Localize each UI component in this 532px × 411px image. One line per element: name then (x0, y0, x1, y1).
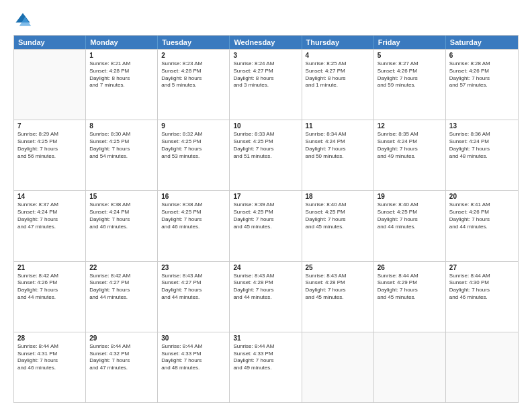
cal-header-day: Monday (86, 36, 158, 49)
cal-cell: 15Sunrise: 8:38 AM Sunset: 4:24 PM Dayli… (86, 191, 158, 261)
cal-header-day: Saturday (446, 36, 518, 49)
cal-cell-content: Sunrise: 8:44 AM Sunset: 4:30 PM Dayligh… (449, 273, 515, 302)
cal-cell: 11Sunrise: 8:34 AM Sunset: 4:24 PM Dayli… (302, 120, 374, 190)
cal-cell: 1Sunrise: 8:21 AM Sunset: 4:28 PM Daylig… (86, 50, 158, 120)
cal-cell: 12Sunrise: 8:35 AM Sunset: 4:24 PM Dayli… (374, 120, 446, 190)
cal-day-number: 19 (378, 193, 442, 200)
cal-header-day: Thursday (302, 36, 374, 49)
cal-day-number: 25 (306, 264, 370, 271)
cal-cell-content: Sunrise: 8:38 AM Sunset: 4:24 PM Dayligh… (89, 201, 154, 230)
cal-day-number: 7 (17, 122, 82, 130)
cal-day-number: 6 (449, 52, 515, 59)
cal-header-day: Friday (374, 36, 446, 49)
cal-cell-content: Sunrise: 8:24 AM Sunset: 4:27 PM Dayligh… (233, 60, 298, 89)
cal-cell: 7Sunrise: 8:29 AM Sunset: 4:25 PM Daylig… (14, 120, 86, 190)
cal-cell-content: Sunrise: 8:42 AM Sunset: 4:27 PM Dayligh… (89, 273, 154, 302)
cal-cell (374, 332, 446, 402)
cal-day-number: 8 (89, 122, 154, 130)
cal-day-number: 5 (378, 52, 442, 59)
cal-cell-content: Sunrise: 8:43 AM Sunset: 4:28 PM Dayligh… (233, 273, 298, 302)
cal-day-number: 2 (161, 52, 226, 59)
cal-cell: 13Sunrise: 8:36 AM Sunset: 4:24 PM Dayli… (446, 120, 518, 190)
cal-cell-content: Sunrise: 8:39 AM Sunset: 4:25 PM Dayligh… (233, 201, 298, 230)
page: SundayMondayTuesdayWednesdayThursdayFrid… (0, 0, 532, 411)
cal-cell-content: Sunrise: 8:35 AM Sunset: 4:24 PM Dayligh… (378, 131, 442, 160)
cal-day-number: 22 (89, 264, 154, 271)
cal-week-5: 28Sunrise: 8:44 AM Sunset: 4:31 PM Dayli… (14, 332, 518, 402)
cal-cell-content: Sunrise: 8:40 AM Sunset: 4:25 PM Dayligh… (306, 201, 370, 230)
cal-cell-content: Sunrise: 8:30 AM Sunset: 4:25 PM Dayligh… (89, 131, 154, 160)
cal-day-number: 15 (89, 193, 154, 200)
cal-cell: 28Sunrise: 8:44 AM Sunset: 4:31 PM Dayli… (14, 332, 86, 402)
logo-icon (13, 11, 32, 30)
cal-cell-content: Sunrise: 8:21 AM Sunset: 4:28 PM Dayligh… (89, 60, 154, 89)
cal-day-number: 21 (17, 264, 82, 271)
cal-cell: 26Sunrise: 8:44 AM Sunset: 4:29 PM Dayli… (374, 262, 446, 332)
calendar-body: 1Sunrise: 8:21 AM Sunset: 4:28 PM Daylig… (14, 49, 518, 402)
cal-cell-content: Sunrise: 8:28 AM Sunset: 4:26 PM Dayligh… (449, 60, 515, 89)
cal-cell: 24Sunrise: 8:43 AM Sunset: 4:28 PM Dayli… (230, 262, 302, 332)
cal-day-number: 24 (233, 264, 298, 271)
cal-day-number: 13 (449, 122, 515, 130)
cal-day-number: 9 (161, 122, 226, 130)
cal-week-2: 7Sunrise: 8:29 AM Sunset: 4:25 PM Daylig… (14, 120, 518, 190)
cal-cell: 8Sunrise: 8:30 AM Sunset: 4:25 PM Daylig… (86, 120, 158, 190)
cal-cell-content: Sunrise: 8:25 AM Sunset: 4:27 PM Dayligh… (306, 60, 370, 89)
cal-cell-content: Sunrise: 8:44 AM Sunset: 4:29 PM Dayligh… (378, 273, 442, 302)
cal-cell: 25Sunrise: 8:43 AM Sunset: 4:28 PM Dayli… (302, 262, 374, 332)
cal-cell: 18Sunrise: 8:40 AM Sunset: 4:25 PM Dayli… (302, 191, 374, 261)
cal-cell: 23Sunrise: 8:43 AM Sunset: 4:27 PM Dayli… (158, 262, 230, 332)
cal-day-number: 10 (233, 122, 298, 130)
cal-cell: 10Sunrise: 8:33 AM Sunset: 4:25 PM Dayli… (230, 120, 302, 190)
cal-day-number: 23 (161, 264, 226, 271)
cal-cell: 31Sunrise: 8:44 AM Sunset: 4:33 PM Dayli… (230, 332, 302, 402)
cal-cell: 29Sunrise: 8:44 AM Sunset: 4:32 PM Dayli… (86, 332, 158, 402)
cal-cell: 21Sunrise: 8:42 AM Sunset: 4:26 PM Dayli… (14, 262, 86, 332)
cal-cell-content: Sunrise: 8:36 AM Sunset: 4:24 PM Dayligh… (449, 131, 515, 160)
cal-header-day: Tuesday (158, 36, 230, 49)
cal-week-1: 1Sunrise: 8:21 AM Sunset: 4:28 PM Daylig… (14, 49, 518, 120)
cal-cell: 19Sunrise: 8:40 AM Sunset: 4:25 PM Dayli… (374, 191, 446, 261)
calendar-header: SundayMondayTuesdayWednesdayThursdayFrid… (14, 36, 518, 49)
cal-cell-content: Sunrise: 8:37 AM Sunset: 4:24 PM Dayligh… (17, 201, 82, 230)
cal-cell (14, 50, 86, 120)
cal-cell-content: Sunrise: 8:41 AM Sunset: 4:26 PM Dayligh… (449, 201, 515, 230)
cal-cell-content: Sunrise: 8:44 AM Sunset: 4:32 PM Dayligh… (89, 343, 154, 372)
cal-cell (446, 332, 518, 402)
cal-cell-content: Sunrise: 8:29 AM Sunset: 4:25 PM Dayligh… (17, 131, 82, 160)
cal-day-number: 11 (306, 122, 370, 130)
cal-day-number: 18 (306, 193, 370, 200)
cal-day-number: 12 (378, 122, 442, 130)
cal-day-number: 1 (89, 52, 154, 59)
cal-cell-content: Sunrise: 8:38 AM Sunset: 4:25 PM Dayligh… (161, 201, 226, 230)
cal-day-number: 27 (449, 264, 515, 271)
cal-cell: 4Sunrise: 8:25 AM Sunset: 4:27 PM Daylig… (302, 50, 374, 120)
cal-cell-content: Sunrise: 8:43 AM Sunset: 4:28 PM Dayligh… (306, 273, 370, 302)
cal-day-number: 17 (233, 193, 298, 200)
cal-cell (302, 332, 374, 402)
cal-day-number: 26 (378, 264, 442, 271)
cal-cell-content: Sunrise: 8:40 AM Sunset: 4:25 PM Dayligh… (378, 201, 442, 230)
cal-week-3: 14Sunrise: 8:37 AM Sunset: 4:24 PM Dayli… (14, 190, 518, 261)
cal-day-number: 31 (233, 334, 298, 342)
cal-cell: 27Sunrise: 8:44 AM Sunset: 4:30 PM Dayli… (446, 262, 518, 332)
cal-cell-content: Sunrise: 8:27 AM Sunset: 4:26 PM Dayligh… (378, 60, 442, 89)
logo (13, 11, 35, 30)
cal-cell: 5Sunrise: 8:27 AM Sunset: 4:26 PM Daylig… (374, 50, 446, 120)
cal-cell: 2Sunrise: 8:23 AM Sunset: 4:28 PM Daylig… (158, 50, 230, 120)
cal-cell-content: Sunrise: 8:44 AM Sunset: 4:33 PM Dayligh… (233, 343, 298, 372)
cal-cell: 16Sunrise: 8:38 AM Sunset: 4:25 PM Dayli… (158, 191, 230, 261)
cal-cell: 17Sunrise: 8:39 AM Sunset: 4:25 PM Dayli… (230, 191, 302, 261)
cal-day-number: 30 (161, 334, 226, 342)
cal-cell: 14Sunrise: 8:37 AM Sunset: 4:24 PM Dayli… (14, 191, 86, 261)
cal-cell-content: Sunrise: 8:44 AM Sunset: 4:33 PM Dayligh… (161, 343, 226, 372)
cal-cell: 30Sunrise: 8:44 AM Sunset: 4:33 PM Dayli… (158, 332, 230, 402)
cal-cell: 20Sunrise: 8:41 AM Sunset: 4:26 PM Dayli… (446, 191, 518, 261)
cal-day-number: 16 (161, 193, 226, 200)
header (13, 11, 519, 30)
cal-day-number: 4 (306, 52, 370, 59)
cal-cell-content: Sunrise: 8:44 AM Sunset: 4:31 PM Dayligh… (17, 343, 82, 372)
calendar: SundayMondayTuesdayWednesdayThursdayFrid… (13, 35, 519, 403)
cal-day-number: 29 (89, 334, 154, 342)
cal-cell-content: Sunrise: 8:32 AM Sunset: 4:25 PM Dayligh… (161, 131, 226, 160)
